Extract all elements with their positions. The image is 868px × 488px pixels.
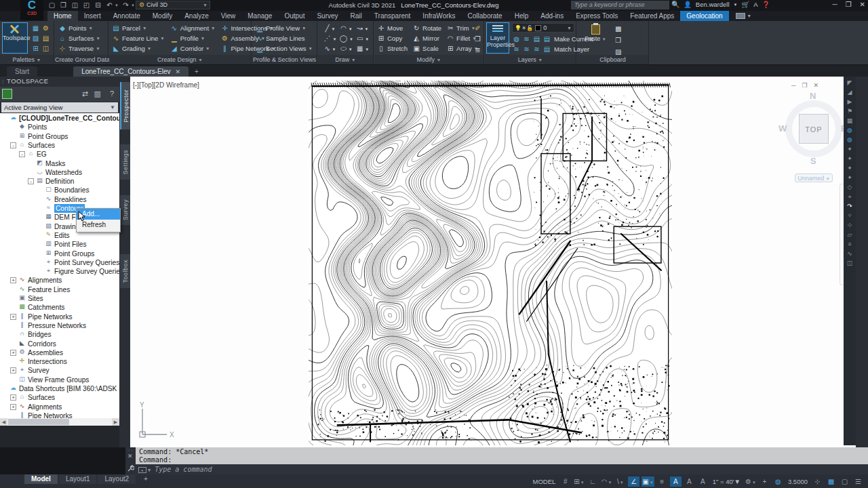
ortho-mode-icon[interactable]: ∟ bbox=[587, 476, 599, 487]
palette-grip-icon[interactable]: ⁞ bbox=[2, 77, 4, 87]
side-tab-toolbox[interactable]: Toolbox bbox=[120, 254, 130, 288]
expand-icon[interactable]: + bbox=[10, 394, 16, 401]
tree-item-pressure-networks[interactable]: ∥Pressure Networks bbox=[0, 321, 112, 330]
ribbon-display-toggle[interactable]: ▼ bbox=[736, 12, 751, 21]
docked-tool-icon[interactable]: ✦ bbox=[847, 174, 852, 181]
parcel-button[interactable]: ▤Parcel▼ bbox=[112, 23, 165, 33]
expand-icon[interactable]: + bbox=[10, 404, 16, 410]
docked-tool-icon[interactable]: ◤ bbox=[848, 79, 852, 86]
drawing-view-selector[interactable]: Active Drawing View▼ bbox=[1, 102, 118, 113]
redo-icon[interactable]: ↷ bbox=[121, 1, 130, 9]
trim-button[interactable]: ✂Trim▼ bbox=[446, 23, 478, 33]
palette-tool-icon[interactable]: ▤ bbox=[41, 33, 51, 43]
docked-tool-icon[interactable]: ✦ bbox=[847, 165, 852, 171]
draw-panel-label[interactable]: Draw ▼ bbox=[318, 55, 373, 64]
command-input[interactable]: ▸▼Type a command bbox=[136, 464, 868, 474]
restore-button[interactable]: ❐ bbox=[846, 1, 852, 8]
docked-tool-icon[interactable]: ⊹ bbox=[847, 222, 852, 228]
collapse-icon[interactable]: - bbox=[10, 142, 16, 148]
alignment-button[interactable]: ∿Alignment▼ bbox=[170, 23, 216, 33]
command-history[interactable]: Command: *Cancel* Command: bbox=[136, 447, 868, 464]
tab-active-drawing[interactable]: LoneTree_CC_Contours-Elev✕ bbox=[73, 66, 189, 77]
docked-tool-icon[interactable]: ∿ bbox=[847, 250, 852, 257]
side-tab-settings[interactable]: Settings bbox=[120, 144, 130, 180]
tree-item-masks[interactable]: ◩Masks bbox=[0, 159, 112, 168]
data-link-icon[interactable]: ⇄ bbox=[82, 89, 88, 98]
draw-tool-icon[interactable]: ╱ ▼ bbox=[322, 23, 338, 33]
tree-item-alignments[interactable]: +∿Alignments bbox=[0, 403, 112, 411]
active-drawing-indicator-icon[interactable] bbox=[2, 89, 12, 99]
ribbon-tab-help[interactable]: Help bbox=[509, 11, 535, 21]
app-store-cart-icon[interactable]: 🛒 bbox=[741, 1, 749, 8]
docked-tool-icon[interactable]: ▱ bbox=[848, 231, 852, 238]
draw-tool-icon[interactable]: ◠ ▼ bbox=[338, 23, 355, 33]
ribbon-tab-express-tools[interactable]: Express Tools bbox=[570, 11, 624, 21]
copy-button[interactable]: ⊞Copy bbox=[377, 33, 408, 43]
palette-tool-icon[interactable]: ▦ bbox=[31, 23, 41, 33]
modify-extra-tool-icon[interactable]: ❒ bbox=[475, 34, 481, 44]
ribbon-tab-geolocation[interactable]: Geolocation bbox=[680, 11, 728, 21]
docked-tool-icon[interactable]: ✧ bbox=[847, 212, 852, 219]
drawing-viewport[interactable]: [-][Top][2D Wireframe] ─❐✕ N W E S TOP U… bbox=[130, 77, 856, 447]
section-views-button[interactable]: ▁Section Views▼ bbox=[256, 43, 313, 54]
scroll-left-arrow[interactable]: ◀ bbox=[0, 418, 7, 426]
tree-item-pipe-networks[interactable]: +∥Pipe Networks bbox=[0, 312, 112, 321]
move-button[interactable]: ✛Move bbox=[377, 23, 408, 33]
layer-tool-icon[interactable]: ≋ bbox=[522, 45, 531, 54]
command-customize-icon[interactable]: ▸ bbox=[138, 467, 146, 473]
ribbon-tab-home[interactable]: Home bbox=[47, 11, 78, 21]
draw-tool-icon[interactable]: ∿ ▼ bbox=[322, 43, 338, 54]
plot-icon[interactable]: ⊟ bbox=[94, 1, 102, 9]
ground-panel-label[interactable]: Create Ground Data ▼ bbox=[55, 55, 108, 64]
layer-tool-icon[interactable]: ≋ bbox=[512, 45, 521, 54]
tree-item-corridors[interactable]: ◣Corridors bbox=[0, 340, 112, 348]
viewcube-named-view[interactable]: Unnamed ▼ bbox=[795, 174, 833, 182]
model-space-toggle[interactable]: MODEL bbox=[531, 476, 558, 487]
docked-tool-icon[interactable]: ◍ bbox=[847, 136, 852, 143]
tree-item-point-survey-queries[interactable]: ⌖Point Survey Queries bbox=[0, 258, 112, 267]
tree-item-assemblies[interactable]: +⚙Assemblies bbox=[0, 348, 112, 357]
tab-start[interactable]: Start bbox=[7, 66, 37, 77]
docked-tool-icon[interactable]: ▶ bbox=[848, 98, 852, 105]
modify-extra-tool-icon[interactable]: ≣ bbox=[475, 45, 481, 55]
ribbon-tab-collaborate[interactable]: Collaborate bbox=[462, 11, 509, 21]
sample-lines-button[interactable]: ∿Sample Lines bbox=[256, 33, 313, 43]
ribbon-tab-annotate[interactable]: Annotate bbox=[107, 11, 146, 21]
layer-properties-button[interactable]: LayerProperties bbox=[486, 22, 509, 54]
tree-item-boundaries[interactable]: ▢Boundaries bbox=[0, 186, 112, 195]
ribbon-tab-analyze[interactable]: Analyze bbox=[178, 11, 215, 21]
points-button[interactable]: ◆Points▼ bbox=[58, 23, 100, 33]
customize-plus-icon[interactable]: + bbox=[759, 476, 770, 487]
elevation-value[interactable]: 3.5000 bbox=[786, 476, 810, 487]
tree-item-figure-survey-queries[interactable]: ⌖Figure Survey Queries bbox=[0, 267, 112, 276]
side-tab-prospector[interactable]: Prospector bbox=[120, 82, 130, 129]
annotation-autoscale-icon[interactable]: A bbox=[684, 476, 695, 487]
tree-item-watersheds[interactable]: ◡Watersheds bbox=[0, 168, 112, 177]
tree-item-surfaces[interactable]: -⌂Surfaces bbox=[0, 141, 112, 150]
customization-menu-icon[interactable]: ☰ bbox=[852, 476, 864, 487]
palette-tool-icon[interactable]: ⚙ bbox=[41, 23, 51, 33]
docked-tool-icon[interactable]: ✦ bbox=[847, 146, 852, 152]
help-search-input[interactable]: Type a keyword or phrase bbox=[571, 1, 669, 9]
contour-drawing[interactable] bbox=[309, 81, 672, 445]
ribbon-tab-manage[interactable]: Manage bbox=[241, 11, 278, 21]
new-file-icon[interactable]: ▢ bbox=[47, 1, 56, 9]
toolspace-title[interactable]: ⁞ TOOLSPACE bbox=[0, 77, 119, 86]
palette-tool-icon[interactable]: ◫ bbox=[41, 43, 51, 54]
clean-screen-icon[interactable]: ▢ bbox=[839, 476, 850, 487]
graphics-performance-icon[interactable]: ▩ bbox=[825, 476, 837, 487]
viewport-controls-label[interactable]: [-][Top][2D Wireframe] bbox=[133, 81, 199, 89]
ribbon-tab-view[interactable]: View bbox=[215, 11, 242, 21]
design-panel-label[interactable]: Create Design ▼ bbox=[109, 55, 251, 64]
layout-tab-layout2[interactable]: Layout2 bbox=[98, 474, 136, 484]
table-columns-icon[interactable]: ▥ bbox=[94, 89, 101, 98]
workspace-selector[interactable]: ⚙Civil 3D▼ bbox=[136, 1, 210, 9]
viewcube-north[interactable]: N bbox=[810, 91, 816, 101]
stretch-button[interactable]: ▯Stretch bbox=[377, 43, 408, 54]
docked-tool-icon[interactable]: ↷ bbox=[847, 203, 852, 209]
clipboard-tool-icon[interactable]: ▩ bbox=[615, 24, 621, 34]
profile-view-button[interactable]: ▁Profile View▼ bbox=[256, 23, 313, 33]
docked-tool-icon[interactable]: ◇ bbox=[848, 184, 852, 190]
geolocation-status-icon[interactable]: ◍ bbox=[772, 476, 784, 487]
ribbon-tab-infraworks[interactable]: InfraWorks bbox=[416, 11, 461, 21]
